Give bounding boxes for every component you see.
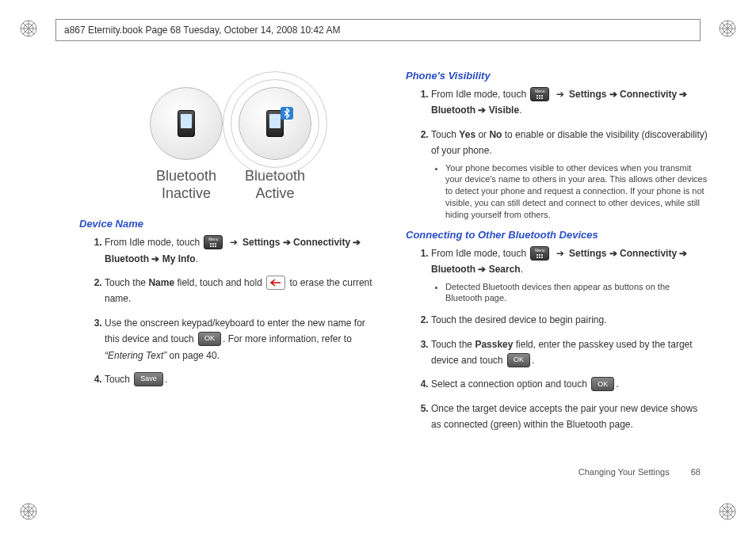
phone-icon: [266, 110, 284, 137]
ornament-bottom-right: [718, 502, 737, 521]
running-header: a867 Eternity.book Page 68 Tuesday, Octo…: [55, 19, 701, 41]
page-footer: Changing Your Settings 68: [578, 467, 701, 477]
connecting-bullet-1: Detected Bluetooth devices then appear a…: [445, 281, 708, 305]
left-column: Bluetooth Inactive Bluetooth Active Devi…: [79, 63, 382, 492]
ornament-top-right: [718, 19, 737, 38]
menu-icon: Menu: [530, 87, 549, 101]
connecting-step-3: Touch the Passkey field, enter the passk…: [431, 337, 708, 369]
visibility-step-1: From Idle mode, touch Menu ➔ Settings ➔ …: [431, 86, 708, 119]
connecting-step-5: Once the target device accepts the pair …: [431, 401, 708, 433]
footer-page-number: 68: [691, 467, 701, 477]
bluetooth-active-item: Bluetooth Active: [239, 87, 311, 202]
bluetooth-figure: Bluetooth Inactive Bluetooth Active: [79, 87, 382, 202]
device-name-step-4: Touch Save.: [105, 371, 382, 387]
visibility-bullet-1: Your phone becomes visible to other devi…: [445, 162, 708, 221]
running-header-text: a867 Eternity.book Page 68 Tuesday, Octo…: [64, 25, 340, 36]
save-button-icon: Save: [134, 372, 163, 386]
connecting-step-1: From Idle mode, touch Menu ➔ Settings ➔ …: [431, 245, 708, 304]
footer-section-label: Changing Your Settings: [578, 467, 670, 477]
back-arrow-icon: [266, 276, 285, 290]
phone-icon: [178, 110, 195, 137]
ok-button-icon: OK: [507, 353, 530, 367]
heading-connecting: Connecting to Other Bluetooth Devices: [406, 229, 708, 241]
menu-icon: Menu: [204, 235, 223, 249]
bluetooth-badge-icon: [281, 107, 293, 120]
ornament-bottom-left: [19, 502, 38, 521]
ok-button-icon: OK: [198, 332, 221, 346]
connecting-step-4: Select a connection option and touch OK.: [431, 376, 708, 392]
visibility-step-2: Touch Yes or No to enable or disable the…: [431, 127, 708, 221]
right-column: Phone's Visibility From Idle mode, touch…: [406, 63, 708, 492]
bluetooth-inactive-label: Bluetooth Inactive: [156, 168, 216, 202]
bluetooth-active-icon: [239, 87, 311, 160]
heading-phone-visibility: Phone's Visibility: [406, 70, 708, 82]
ok-button-icon: OK: [591, 377, 614, 391]
device-name-step-2: Touch the Name field, touch and hold to …: [105, 275, 382, 307]
heading-device-name: Device Name: [79, 218, 382, 230]
bluetooth-inactive-icon: [150, 87, 223, 160]
bluetooth-inactive-item: Bluetooth Inactive: [150, 87, 223, 202]
device-name-step-1: From Idle mode, touch Menu ➔ Settings ➔ …: [105, 234, 382, 267]
menu-icon: Menu: [530, 246, 549, 260]
device-name-step-3: Use the onscreen keypad/keyboard to ente…: [105, 315, 382, 363]
ornament-top-left: [19, 19, 38, 38]
connecting-step-2: Touch the desired device to begin pairin…: [431, 312, 708, 328]
